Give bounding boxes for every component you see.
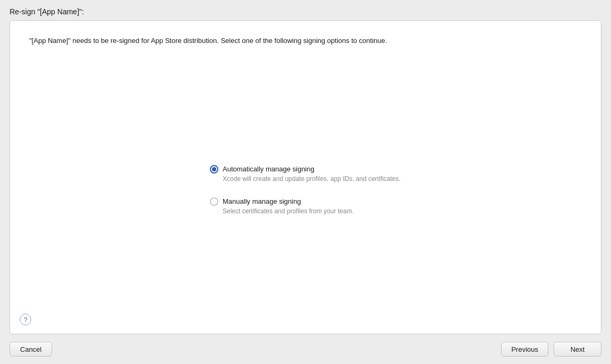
footer-right: Previous Next <box>501 342 601 357</box>
dialog-title: Re-sign "[App Name]": <box>0 0 611 20</box>
option-auto-title: Automatically manage signing <box>223 165 315 173</box>
previous-button[interactable]: Previous <box>501 342 548 357</box>
option-manual-title: Manually manage signing <box>223 197 301 205</box>
option-manual[interactable]: Manually manage signing Select certifica… <box>210 197 401 215</box>
options-container: Automatically manage signing Xcode will … <box>29 57 582 324</box>
description-text: "[App Name]" needs to be re-signed for A… <box>29 36 444 46</box>
option-manual-subtitle: Select certificates and profiles from yo… <box>223 207 354 215</box>
help-button[interactable]: ? <box>20 314 31 325</box>
radio-auto[interactable] <box>210 165 218 174</box>
option-auto[interactable]: Automatically manage signing Xcode will … <box>210 165 401 183</box>
panel-content: "[App Name]" needs to be re-signed for A… <box>10 21 601 334</box>
option-auto-subtitle: Xcode will create and update profiles, a… <box>223 175 401 183</box>
option-manual-row[interactable]: Manually manage signing <box>210 197 301 206</box>
footer-left: Cancel <box>10 342 52 357</box>
next-button[interactable]: Next <box>554 342 601 357</box>
radio-manual[interactable] <box>210 197 218 206</box>
option-auto-row[interactable]: Automatically manage signing <box>210 165 315 174</box>
main-panel: "[App Name]" needs to be re-signed for A… <box>10 20 601 334</box>
title-text: Re-sign "[App Name]": <box>10 7 84 16</box>
cancel-button[interactable]: Cancel <box>10 342 52 357</box>
footer: Cancel Previous Next <box>0 334 611 364</box>
